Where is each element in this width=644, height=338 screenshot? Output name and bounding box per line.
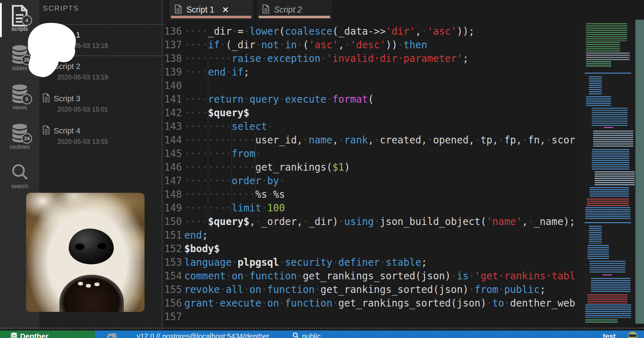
close-icon[interactable]: ✕: [222, 5, 229, 15]
code-line-148: 148············%s·%s: [164, 187, 575, 201]
tab-script-2[interactable]: Script 2: [257, 0, 332, 20]
dog-photo-nostril: [75, 244, 84, 250]
minimap-code-block: [595, 171, 635, 186]
dog-photo-tooth: [78, 282, 83, 285]
anonymization-blob: [52, 40, 75, 62]
tab-underline: [259, 16, 330, 18]
app-window: 4scripts26tables0views34routinessearch S…: [0, 0, 644, 338]
minimap-code-block: [587, 199, 629, 206]
dog-photo-nostril: [97, 243, 107, 249]
line-number: 152: [164, 242, 181, 255]
status-bar: Denther v12.0 // postgres@localhost:5434…: [0, 330, 644, 338]
line-number: 142: [164, 106, 181, 119]
code-editor[interactable]: 136····_dir·=·lower(coalesce(_data->>'di…: [164, 20, 578, 324]
statusbar-connection: v12.0 // postgres@localhost:5434/denther: [137, 332, 269, 338]
minimap-code-block: [586, 53, 630, 60]
search-icon: [10, 162, 29, 182]
activity-item-views[interactable]: 0views: [0, 79, 39, 118]
indent-guide: [255, 133, 255, 201]
code-line-149: 149········limit·100: [164, 201, 575, 215]
code-line-137: 137····if·(_dir·not·in·('asc',·'desc'))·…: [164, 38, 575, 52]
code-line-140: 140: [164, 79, 575, 92]
minimap-code-block: [590, 187, 629, 198]
minimap-code-block: [602, 274, 612, 276]
search-icon: [293, 332, 299, 338]
line-number: 143: [164, 119, 181, 133]
line-number: 141: [164, 92, 181, 106]
line-number: 148: [164, 187, 181, 201]
activity-item-label: search: [0, 183, 39, 190]
minimap-code-block: [592, 108, 628, 126]
activity-item-label: routines: [0, 144, 39, 150]
minimap-code-block: [590, 261, 625, 274]
dog-photo-tooth: [86, 284, 91, 288]
minimap-code-block: [585, 73, 631, 75]
statusbar-schema-name: public: [302, 332, 321, 338]
code-line-150: 150····$query$,·_order,·_dir)·using·json…: [164, 215, 575, 228]
line-number: 153: [164, 255, 181, 269]
document-icon: [174, 5, 182, 15]
code-line-144: 144············user_id,·name,·rank,·crea…: [164, 133, 575, 147]
indent-guide: [231, 119, 232, 215]
code-line-143: 143········select·: [164, 119, 575, 133]
count-badge: 34: [21, 133, 32, 144]
minimap-code-block: [593, 131, 633, 148]
minimap-code-block: [591, 278, 630, 293]
line-number: 150: [164, 215, 181, 228]
minimap-code-block: [604, 127, 613, 129]
line-number: 149: [164, 201, 181, 215]
document-icon: [42, 126, 50, 136]
code-line-139: 139····end·if;: [164, 65, 575, 79]
vertical-scrollbar[interactable]: [635, 20, 644, 324]
minimap-code-block: [587, 294, 628, 304]
line-number: 154: [164, 269, 181, 283]
document-icon: [262, 5, 270, 15]
dog-photo: [26, 193, 145, 312]
statusbar-separator: [0, 328, 644, 329]
line-number: 139: [164, 65, 181, 79]
line-number: 151: [164, 228, 181, 242]
script-name: Script 3: [54, 94, 80, 103]
line-number: 155: [164, 283, 181, 296]
line-number: 146: [164, 160, 181, 174]
line-number: 147: [164, 174, 181, 187]
count-badge: 4: [21, 15, 32, 26]
code-lines: 136····_dir·=·lower(coalesce(_data->>'di…: [164, 24, 575, 323]
code-line-146: 146············get_rankings($1): [164, 160, 575, 174]
code-line-142: 142····$query$: [164, 106, 575, 119]
line-number: 137: [164, 38, 181, 52]
panel-editor-separator: [162, 0, 162, 329]
minimap[interactable]: [582, 20, 635, 324]
minimap-code-block: [585, 319, 618, 323]
activity-item-routines[interactable]: 34routines: [0, 118, 39, 157]
tab-underline: [171, 16, 251, 18]
postgres-elephant-icon: [106, 332, 117, 338]
minimap-code-block: [585, 222, 631, 224]
code-line-156: 156grant·execute·on·function·get_ranking…: [164, 296, 575, 310]
script-date: 2020-05-03 13:55: [57, 138, 164, 146]
code-line-151: 151end;: [164, 228, 575, 242]
scripts-panel-title: SCRIPTS: [43, 4, 79, 13]
minimap-code-block: [586, 23, 627, 41]
line-number: 145: [164, 147, 181, 160]
minimap-code-block: [589, 226, 602, 244]
code-line-141: 141····return·query·execute·format(: [164, 92, 575, 106]
statusbar-app-segment[interactable]: Denther: [0, 330, 95, 338]
line-number: 138: [164, 52, 181, 65]
code-line-157: 157: [164, 310, 575, 323]
minimap-code-block: [586, 96, 611, 106]
line-number: 156: [164, 296, 181, 310]
tab-script-1[interactable]: Script 1✕: [169, 0, 253, 20]
minimap-code-block: [585, 304, 631, 318]
statusbar-schema[interactable]: public: [293, 332, 321, 338]
minimap-code-block: [587, 245, 609, 259]
script-list-item-4[interactable]: Script 42020-05-03 13:55: [39, 121, 164, 153]
script-list-item-3[interactable]: Script 32020-05-03 15:01: [39, 88, 164, 121]
code-line-138: 138········raise·exception·'invalid·dir·…: [164, 52, 575, 65]
line-number: 144: [164, 133, 181, 147]
tab-label: Script 1: [186, 5, 214, 15]
script-name: Script 4: [54, 126, 80, 136]
document-icon: [42, 93, 50, 104]
tab-bar: Script 1✕Script 2: [164, 0, 644, 20]
activity-item-search[interactable]: search: [0, 157, 39, 197]
